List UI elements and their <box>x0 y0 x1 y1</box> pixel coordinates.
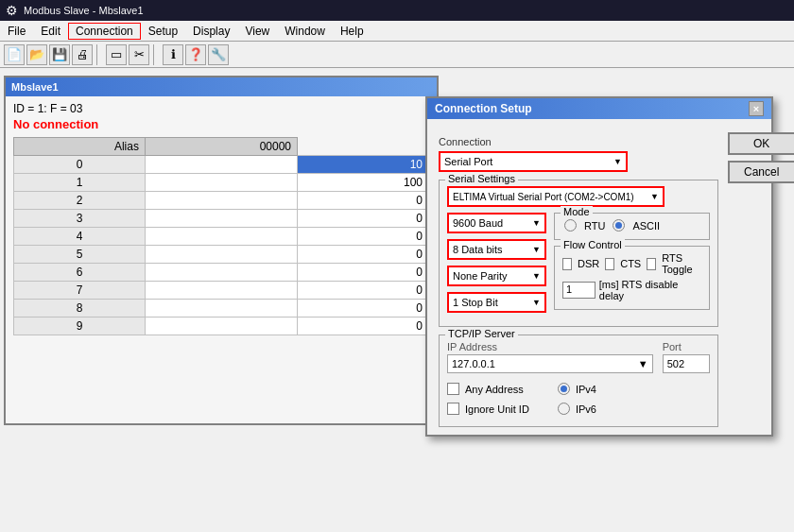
mdi-child-mbslave1: Mbslave1 ID = 1: F = 03 No connection Al… <box>4 76 439 425</box>
table-row[interactable]: 90 <box>14 317 429 335</box>
toolbar: 📄 📂 💾 🖨 ▭ ✂ ℹ ❓ 🔧 <box>0 42 794 68</box>
table-row[interactable]: 010 <box>14 156 429 174</box>
serial-port-value: ELTIMA Virtual Serial Port (COM2->COM1) <box>453 192 634 202</box>
menu-edit[interactable]: Edit <box>33 23 68 40</box>
ip-version-radios: IPv4 IPv6 <box>548 383 596 419</box>
connection-label: Connection <box>439 136 718 147</box>
ip-label: IP Address <box>447 341 653 352</box>
row-alias <box>145 228 297 246</box>
tb-save[interactable]: 💾 <box>49 44 70 65</box>
any-address-checkbox[interactable] <box>447 383 459 395</box>
tb-info[interactable]: ℹ <box>163 44 183 65</box>
tb-new[interactable]: 📄 <box>4 44 25 65</box>
dialog-title-bar: Connection Setup × <box>427 98 771 119</box>
row-value: 0 <box>298 210 429 228</box>
rts-delay-input[interactable]: 1 <box>562 282 596 299</box>
parity-dropdown[interactable]: None Parity ▼ <box>447 266 546 286</box>
ipv6-radio[interactable] <box>558 403 570 415</box>
toolbar-separator <box>96 44 102 65</box>
row-alias <box>145 210 297 228</box>
row-number: 4 <box>14 228 146 246</box>
rts-delay-label: [ms] RTS disable delay <box>599 279 701 301</box>
dsr-checkbox[interactable] <box>562 258 572 270</box>
ip-arrow: ▼ <box>638 358 648 369</box>
menu-setup[interactable]: Setup <box>141 23 185 40</box>
flow-label: Flow Control <box>561 239 625 250</box>
connection-dropdown[interactable]: Serial Port ▼ <box>439 151 628 172</box>
row-number: 3 <box>14 210 146 228</box>
table-row[interactable]: 80 <box>14 300 429 317</box>
table-row[interactable]: 1100 <box>14 174 429 192</box>
col-alias: Alias <box>14 138 146 156</box>
row-alias <box>145 264 297 282</box>
toolbar-separator2 <box>153 44 159 65</box>
tcp-label: TCP/IP Server <box>445 328 518 339</box>
menu-display[interactable]: Display <box>185 23 237 40</box>
row-value: 0 <box>298 228 429 246</box>
tb-print[interactable]: 🖨 <box>72 44 93 65</box>
mode-group: Mode RTU ASCII <box>554 213 710 240</box>
table-row[interactable]: 70 <box>14 282 429 300</box>
row-alias <box>145 174 297 192</box>
table-row[interactable]: 40 <box>14 228 429 246</box>
dialog-close-button[interactable]: × <box>749 101 764 116</box>
ipv6-row: IPv6 <box>558 403 596 415</box>
databits-dropdown[interactable]: 8 Data bits ▼ <box>447 239 546 260</box>
tb-settings[interactable]: 🔧 <box>208 44 229 65</box>
table-row[interactable]: 50 <box>14 246 429 264</box>
ignore-unit-label: Ignore Unit ID <box>465 403 529 415</box>
title-bar-text: Modbus Slave - Mbslave1 <box>24 5 144 16</box>
ok-button[interactable]: OK <box>728 132 794 155</box>
ipv4-row: IPv4 <box>558 383 596 395</box>
ignore-unit-row: Ignore Unit ID <box>447 403 529 415</box>
tb-copy[interactable]: ✂ <box>129 44 149 65</box>
cts-label: CTS <box>620 258 641 269</box>
connection-setup-dialog: Connection Setup × Connection Serial Por… <box>425 96 773 437</box>
ignore-unit-checkbox[interactable] <box>447 403 459 415</box>
serial-port-dropdown[interactable]: ELTIMA Virtual Serial Port (COM2->COM1) … <box>447 186 665 207</box>
menu-connection[interactable]: Connection <box>68 23 141 40</box>
app-icon: ⚙ <box>6 3 18 18</box>
ipv4-radio[interactable] <box>558 383 570 395</box>
menu-view[interactable]: View <box>237 23 277 40</box>
rts-checkbox[interactable] <box>647 258 656 270</box>
ascii-radio[interactable] <box>613 219 625 232</box>
mode-radio-row: RTU ASCII <box>564 219 699 232</box>
mdi-content: ID = 1: F = 03 No connection Alias 00000… <box>6 96 437 341</box>
cts-checkbox[interactable] <box>605 258 614 270</box>
mode-label: Mode <box>561 206 593 217</box>
menu-file[interactable]: File <box>0 23 33 40</box>
any-address-label: Any Address <box>465 384 524 395</box>
row-value: 0 <box>298 192 429 210</box>
ip-value: 127.0.0.1 <box>452 358 495 369</box>
flow-checkboxes: DSR CTS RTS Toggle <box>562 252 701 275</box>
ipv4-label: IPv4 <box>576 384 596 395</box>
table-row[interactable]: 60 <box>14 264 429 282</box>
port-label: Port <box>663 341 710 352</box>
tb-open[interactable]: 📂 <box>26 44 47 65</box>
baud-dropdown[interactable]: 9600 Baud ▼ <box>447 213 546 233</box>
row-alias <box>145 317 297 335</box>
connection-value: Serial Port <box>444 156 492 167</box>
tcp-top-row: IP Address 127.0.0.1 ▼ Port 502 <box>447 341 710 373</box>
row-number: 8 <box>14 300 146 317</box>
tcp-group: TCP/IP Server IP Address 127.0.0.1 ▼ Por… <box>439 335 718 427</box>
rts-delay-row: 1 [ms] RTS disable delay <box>562 279 701 301</box>
parity-arrow: ▼ <box>532 271 541 281</box>
title-bar: ⚙ Modbus Slave - Mbslave1 <box>0 0 794 21</box>
rtu-radio[interactable] <box>564 219 577 232</box>
menu-window[interactable]: Window <box>277 23 333 40</box>
menu-help[interactable]: Help <box>333 23 371 40</box>
baud-arrow: ▼ <box>532 218 541 228</box>
ip-field[interactable]: 127.0.0.1 ▼ <box>447 354 653 373</box>
tb-cut[interactable]: ▭ <box>106 44 127 65</box>
stopbit-dropdown[interactable]: 1 Stop Bit ▼ <box>447 292 546 313</box>
port-value[interactable]: 502 <box>663 354 710 373</box>
stopbit-value: 1 Stop Bit <box>453 297 498 308</box>
cancel-button[interactable]: Cancel <box>728 161 794 183</box>
table-row[interactable]: 20 <box>14 192 429 210</box>
tb-help[interactable]: ❓ <box>185 44 206 65</box>
table-row[interactable]: 30 <box>14 210 429 228</box>
mdi-connection-status: No connection <box>13 117 429 131</box>
any-address-row: Any Address <box>447 383 529 395</box>
